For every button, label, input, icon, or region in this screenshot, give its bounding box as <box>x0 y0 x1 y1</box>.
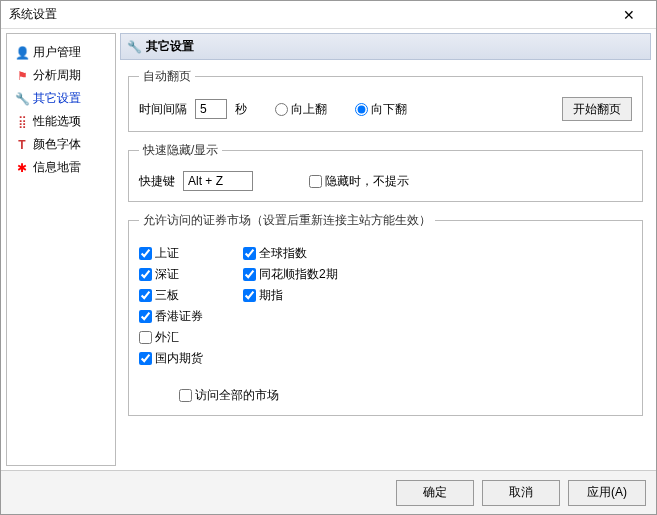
market-shanghai[interactable]: 上证 <box>139 245 203 262</box>
dialog-body: 👤 用户管理 ⚑ 分析周期 🔧 其它设置 ⣿ 性能选项 T 颜色字体 ✱ 信息地 <box>1 29 656 470</box>
sidebar-item-label: 分析周期 <box>33 67 81 84</box>
market-futures[interactable]: 国内期货 <box>139 350 203 367</box>
market-hongkong[interactable]: 香港证券 <box>139 308 203 325</box>
page-down-radio[interactable]: 向下翻 <box>355 101 407 118</box>
wrench-icon: 🔧 <box>15 92 29 106</box>
font-icon: T <box>15 138 29 152</box>
market-column-2: 全球指数 同花顺指数2期 期指 <box>243 245 338 367</box>
sidebar-item-label: 性能选项 <box>33 113 81 130</box>
dialog-footer: 确定 取消 应用(A) <box>1 470 656 514</box>
wrench-icon: 🔧 <box>127 40 142 54</box>
window-title: 系统设置 <box>9 6 610 23</box>
star-icon: ✱ <box>15 161 29 175</box>
market-column-1: 上证 深证 三板 香港证券 外汇 国内期货 <box>139 245 203 367</box>
sidebar-item-label: 颜色字体 <box>33 136 81 153</box>
sidebar-item-user-management[interactable]: 👤 用户管理 <box>11 42 111 63</box>
sidebar-item-analysis-period[interactable]: ⚑ 分析周期 <box>11 65 111 86</box>
ok-button[interactable]: 确定 <box>396 480 474 506</box>
cancel-button[interactable]: 取消 <box>482 480 560 506</box>
apply-button[interactable]: 应用(A) <box>568 480 646 506</box>
seconds-label: 秒 <box>235 101 247 118</box>
close-button[interactable]: ✕ <box>610 2 648 28</box>
user-icon: 👤 <box>15 46 29 60</box>
sidebar-item-performance[interactable]: ⣿ 性能选项 <box>11 111 111 132</box>
market-ths-index[interactable]: 同花顺指数2期 <box>243 266 338 283</box>
sidebar-item-label: 用户管理 <box>33 44 81 61</box>
market-thirdboard[interactable]: 三板 <box>139 287 203 304</box>
quickhide-legend: 快速隐藏/显示 <box>139 142 222 159</box>
market-forex[interactable]: 外汇 <box>139 329 203 346</box>
noprompt-checkbox[interactable]: 隐藏时，不提示 <box>309 173 409 190</box>
quickhide-group: 快速隐藏/显示 快捷键 隐藏时，不提示 <box>128 142 643 202</box>
section-header: 🔧 其它设置 <box>120 33 651 60</box>
section-title: 其它设置 <box>146 38 194 55</box>
access-all-label: 访问全部的市场 <box>195 387 279 404</box>
flag-icon: ⚑ <box>15 69 29 83</box>
hotkey-label: 快捷键 <box>139 173 175 190</box>
market-index-futures[interactable]: 期指 <box>243 287 338 304</box>
sidebar-item-other-settings[interactable]: 🔧 其它设置 <box>11 88 111 109</box>
markets-group: 允许访问的证券市场（设置后重新连接主站方能生效） 上证 深证 三板 香港证券 外… <box>128 212 643 416</box>
dialog-window: 系统设置 ✕ 👤 用户管理 ⚑ 分析周期 🔧 其它设置 ⣿ 性能选项 T 颜 <box>0 0 657 515</box>
sidebar: 👤 用户管理 ⚑ 分析周期 🔧 其它设置 ⣿ 性能选项 T 颜色字体 ✱ 信息地 <box>6 33 116 466</box>
noprompt-label: 隐藏时，不提示 <box>325 173 409 190</box>
hotkey-input[interactable] <box>183 171 253 191</box>
sidebar-item-info-mine[interactable]: ✱ 信息地雷 <box>11 157 111 178</box>
content-area: 自动翻页 时间间隔 秒 向上翻 向下翻 <box>120 68 651 466</box>
access-all-checkbox[interactable]: 访问全部的市场 <box>179 387 279 404</box>
market-shenzhen[interactable]: 深证 <box>139 266 203 283</box>
sidebar-item-color-font[interactable]: T 颜色字体 <box>11 134 111 155</box>
page-up-label: 向上翻 <box>291 101 327 118</box>
main-panel: 🔧 其它设置 自动翻页 时间间隔 秒 向上翻 <box>120 33 651 466</box>
autopage-group: 自动翻页 时间间隔 秒 向上翻 向下翻 <box>128 68 643 132</box>
sidebar-item-label: 信息地雷 <box>33 159 81 176</box>
market-global-index[interactable]: 全球指数 <box>243 245 338 262</box>
dots-icon: ⣿ <box>15 115 29 129</box>
page-up-radio[interactable]: 向上翻 <box>275 101 327 118</box>
interval-label: 时间间隔 <box>139 101 187 118</box>
start-paging-button[interactable]: 开始翻页 <box>562 97 632 121</box>
page-down-label: 向下翻 <box>371 101 407 118</box>
titlebar: 系统设置 ✕ <box>1 1 656 29</box>
markets-legend: 允许访问的证券市场（设置后重新连接主站方能生效） <box>139 212 435 229</box>
interval-input[interactable] <box>195 99 227 119</box>
autopage-legend: 自动翻页 <box>139 68 195 85</box>
sidebar-item-label: 其它设置 <box>33 90 81 107</box>
